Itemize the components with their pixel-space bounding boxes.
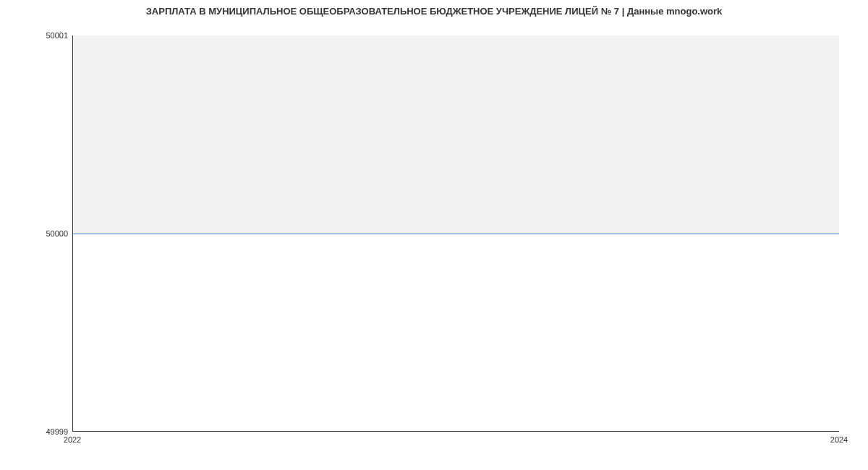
- y-tick-top: 50001: [46, 31, 68, 40]
- chart-plot-area: [72, 35, 839, 432]
- x-tick-right: 2024: [830, 435, 848, 444]
- data-line: [73, 234, 839, 234]
- plot-area: [72, 35, 839, 432]
- area-fill: [73, 35, 839, 234]
- chart-title: ЗАРПЛАТА В МУНИЦИПАЛЬНОЕ ОБЩЕОБРАЗОВАТЕЛ…: [0, 6, 868, 17]
- x-tick-left: 2022: [64, 435, 81, 444]
- y-tick-mid: 50000: [46, 229, 68, 238]
